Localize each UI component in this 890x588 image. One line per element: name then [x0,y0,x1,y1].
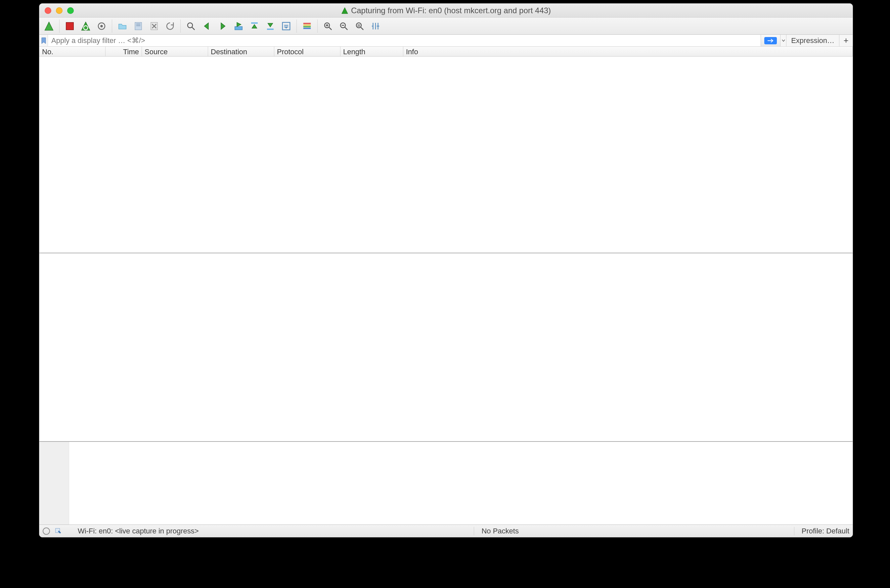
go-last-button[interactable] [263,19,278,33]
svg-rect-11 [267,28,274,30]
column-header-time[interactable]: Time [105,46,142,56]
go-last-icon [265,21,275,31]
goto-packet-icon [234,21,243,31]
display-filter-input[interactable] [48,35,761,46]
arrow-left-icon [202,21,212,31]
status-bar: Wi-Fi: en0: <live capture in progress> N… [39,525,852,537]
arrow-right-icon [767,38,774,43]
save-icon [134,21,143,31]
fullscreen-window-button[interactable] [67,7,74,14]
svg-point-19 [356,23,361,28]
svg-rect-15 [303,26,311,27]
arrow-right-icon [218,21,228,31]
resize-columns-icon [371,21,380,31]
zoom-in-icon [323,21,333,31]
edit-capture-comment-button[interactable] [55,528,62,535]
svg-rect-9 [235,27,243,30]
start-capture-button[interactable] [41,19,57,33]
close-file-button[interactable] [147,19,162,33]
filter-history-dropdown[interactable] [780,35,786,46]
colorize-icon [302,21,312,31]
zoom-reset-button[interactable] [352,19,367,33]
save-file-button[interactable] [131,19,146,33]
apply-filter-button[interactable] [761,35,780,46]
svg-rect-14 [303,24,311,26]
find-packet-button[interactable] [183,19,198,33]
status-profile-label[interactable]: Profile: Default [801,527,849,536]
goto-packet-button[interactable] [231,19,246,33]
stop-icon [65,21,75,31]
svg-rect-12 [282,22,290,30]
packet-bytes-pane[interactable] [39,442,852,525]
packet-list-pane[interactable] [39,57,852,254]
zoom-reset-icon [355,21,365,31]
gear-icon [97,21,107,31]
column-header-no[interactable]: No. [39,46,105,56]
folder-open-icon [117,21,128,31]
status-separator [474,527,474,536]
resize-columns-button[interactable] [368,19,383,33]
find-icon [186,21,196,31]
minimize-window-button[interactable] [56,7,63,14]
column-header-destination[interactable]: Destination [208,46,274,56]
stop-capture-button[interactable] [62,19,77,33]
svg-rect-6 [136,25,141,26]
column-header-source[interactable]: Source [142,46,208,56]
svg-rect-5 [136,24,141,24]
restart-capture-button[interactable] [78,19,93,33]
window-controls [45,7,74,14]
svg-point-3 [100,25,103,27]
svg-rect-0 [66,22,74,30]
close-window-button[interactable] [45,7,51,14]
svg-point-8 [188,23,192,28]
column-header-protocol[interactable]: Protocol [274,46,341,56]
close-file-icon [149,21,159,31]
app-window: Capturing from Wi-Fi: en0 (host mkcert.o… [39,3,853,537]
toolbar-separator [112,20,112,33]
svg-rect-16 [303,28,311,29]
chevron-down-icon [782,39,785,42]
autoscroll-button[interactable] [279,19,294,33]
bytes-offset-gutter [39,442,69,525]
column-header-length[interactable]: Length [341,46,403,56]
go-first-button[interactable] [247,19,262,33]
status-packets-label: No Packets [482,527,519,536]
toolbar-separator [180,20,181,33]
zoom-out-button[interactable] [336,19,351,33]
packet-details-pane[interactable] [39,254,852,442]
filter-bookmark-button[interactable] [39,35,48,46]
svg-rect-10 [251,22,258,24]
window-title: Capturing from Wi-Fi: en0 (host mkcert.o… [351,6,551,15]
restart-capture-icon [81,21,91,31]
colorize-button[interactable] [299,19,315,33]
go-next-button[interactable] [215,19,230,33]
titlebar: Capturing from Wi-Fi: en0 (host mkcert.o… [39,4,852,18]
go-first-icon [249,21,260,31]
bytes-hex-area [69,442,852,525]
zoom-in-button[interactable] [320,19,336,33]
column-header-info[interactable]: Info [403,46,852,56]
svg-rect-13 [303,23,311,24]
reload-file-button[interactable] [162,19,178,33]
main-toolbar [39,18,852,35]
packet-list-header: No. Time Source Destination Protocol Len… [39,46,852,57]
toolbar-separator [317,20,318,33]
reload-icon [165,21,175,31]
go-previous-button[interactable] [199,19,215,33]
add-filter-button[interactable]: + [839,35,852,46]
bookmark-icon [41,38,46,44]
expert-info-button[interactable] [43,528,50,535]
status-separator [794,527,794,536]
status-interface-label: Wi-Fi: en0: <live capture in progress> [78,527,199,536]
zoom-out-icon [339,21,349,31]
display-filter-bar: Expression… + [39,35,852,46]
capture-options-button[interactable] [94,19,109,33]
wireshark-fin-icon [341,7,348,14]
shark-fin-icon [44,21,54,31]
toolbar-separator [296,20,297,33]
toolbar-separator [59,20,60,33]
expression-button[interactable]: Expression… [786,35,839,46]
open-file-button[interactable] [115,19,130,33]
autoscroll-icon [281,21,291,31]
